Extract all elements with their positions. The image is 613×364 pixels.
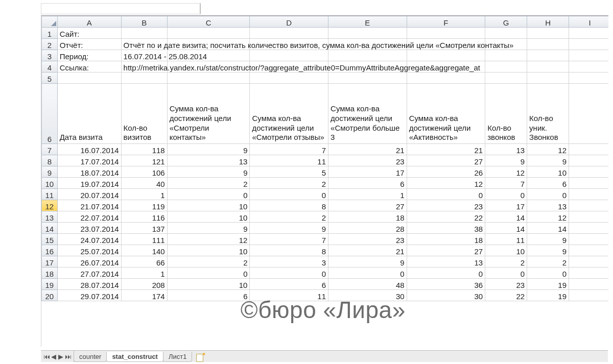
cell[interactable]: http://metrika.yandex.ru/stat/constructo… <box>121 61 167 72</box>
cell[interactable]: 140 <box>121 245 167 256</box>
cell[interactable]: Сумма кол-ва достижений цели «Смотрели к… <box>167 84 250 144</box>
cell[interactable]: 9 <box>250 223 328 234</box>
cell[interactable]: Ссылка: <box>57 61 121 72</box>
nav-first-icon[interactable]: ⏮ <box>43 353 50 360</box>
cell[interactable] <box>569 290 608 301</box>
cell[interactable] <box>569 61 608 72</box>
cell[interactable] <box>569 166 608 178</box>
cell[interactable]: 11 <box>485 234 527 245</box>
cell[interactable]: 14 <box>485 223 527 234</box>
cell[interactable]: 12 <box>527 144 569 155</box>
cell[interactable]: 19 <box>527 279 569 290</box>
cell[interactable]: 21 <box>328 245 407 256</box>
cell[interactable] <box>407 72 485 84</box>
row-header[interactable]: 17 <box>42 256 58 268</box>
cell[interactable] <box>527 72 569 84</box>
row-header[interactable]: 10 <box>42 178 58 189</box>
cell[interactable]: 9 <box>527 234 569 245</box>
cell[interactable]: 9 <box>527 245 569 256</box>
cell[interactable]: 19 <box>527 290 569 301</box>
cell[interactable]: 2 <box>485 256 527 268</box>
cell[interactable]: Дата визита <box>57 84 121 144</box>
cell[interactable]: Кол-во визитов <box>121 84 167 144</box>
cell[interactable] <box>569 28 608 39</box>
cell[interactable]: 13 <box>485 144 527 155</box>
cell[interactable]: 28.07.2014 <box>57 279 121 290</box>
cell[interactable]: 23 <box>328 155 407 166</box>
cell[interactable] <box>485 72 527 84</box>
cell[interactable]: 0 <box>527 268 569 279</box>
cell[interactable]: 9 <box>167 223 250 234</box>
cell[interactable]: 106 <box>121 166 167 178</box>
cell[interactable] <box>569 72 608 84</box>
cell[interactable]: Отчёт: <box>57 39 121 50</box>
cell[interactable]: 12 <box>167 234 250 245</box>
cell[interactable]: 11 <box>250 290 328 301</box>
cell[interactable]: 1 <box>121 268 167 279</box>
cell[interactable] <box>569 178 608 189</box>
column-header[interactable]: D <box>250 16 328 28</box>
cell[interactable]: 18 <box>407 234 485 245</box>
cell[interactable] <box>569 200 608 211</box>
cell[interactable]: 0 <box>485 268 527 279</box>
cell[interactable] <box>569 50 608 61</box>
cell[interactable] <box>485 50 527 61</box>
cell[interactable]: Отчёт по и дате визита; посчитать количе… <box>121 39 167 50</box>
cell[interactable]: 17 <box>328 166 407 178</box>
cell[interactable]: 23.07.2014 <box>57 223 121 234</box>
cell[interactable]: 10 <box>527 166 569 178</box>
row-header[interactable]: 5 <box>42 72 58 84</box>
cell[interactable]: Кол-во уник. Звонков <box>527 84 569 144</box>
nav-prev-icon[interactable]: ◀ <box>50 353 57 360</box>
cell[interactable]: 17 <box>485 200 527 211</box>
cell[interactable] <box>569 279 608 290</box>
cell[interactable]: 26 <box>407 166 485 178</box>
formula-bar[interactable] <box>41 3 201 14</box>
cell[interactable]: 30 <box>407 290 485 301</box>
cell[interactable]: 2 <box>250 178 328 189</box>
cell[interactable] <box>527 50 569 61</box>
cell[interactable] <box>527 61 569 72</box>
cell[interactable]: 21.07.2014 <box>57 200 121 211</box>
cell[interactable]: 1 <box>328 189 407 200</box>
cell[interactable] <box>569 189 608 200</box>
cell[interactable]: 10 <box>167 279 250 290</box>
cell[interactable]: 0 <box>250 268 328 279</box>
cell[interactable]: 27 <box>407 155 485 166</box>
cell[interactable]: 18.07.2014 <box>57 166 121 178</box>
cell[interactable]: 3 <box>250 256 328 268</box>
row-header[interactable]: 15 <box>42 234 58 245</box>
cell[interactable] <box>250 50 328 61</box>
nav-last-icon[interactable]: ⏭ <box>64 353 72 360</box>
cell[interactable] <box>328 28 407 39</box>
column-header[interactable]: H <box>527 16 569 28</box>
cell[interactable]: 0 <box>250 189 328 200</box>
column-header[interactable]: G <box>485 16 527 28</box>
cell[interactable]: 8 <box>250 245 328 256</box>
cell[interactable]: 9 <box>527 155 569 166</box>
row-header[interactable]: 13 <box>42 211 58 223</box>
cell[interactable]: 9 <box>485 155 527 166</box>
cell[interactable]: 2 <box>527 256 569 268</box>
nav-next-icon[interactable]: ▶ <box>57 353 64 360</box>
cell[interactable]: 10 <box>485 245 527 256</box>
cell[interactable]: 10 <box>167 211 250 223</box>
cell[interactable]: 30 <box>328 290 407 301</box>
row-header[interactable]: 19 <box>42 279 58 290</box>
cell[interactable]: 7 <box>250 234 328 245</box>
column-header[interactable]: I <box>569 16 608 28</box>
cell[interactable]: 0 <box>407 268 485 279</box>
cell[interactable]: 5 <box>250 166 328 178</box>
cell[interactable]: 1 <box>121 189 167 200</box>
cell[interactable]: 0 <box>527 189 569 200</box>
column-header[interactable]: F <box>407 16 485 28</box>
cell[interactable]: 22 <box>485 290 527 301</box>
cell[interactable] <box>167 28 250 39</box>
row-header[interactable]: 14 <box>42 223 58 234</box>
cell[interactable]: 10 <box>167 245 250 256</box>
row-header[interactable]: 12 <box>42 200 58 211</box>
cell[interactable] <box>569 144 608 155</box>
cell[interactable]: 13 <box>527 200 569 211</box>
cell[interactable]: 16.07.2014 <box>57 144 121 155</box>
cell[interactable]: 14 <box>527 223 569 234</box>
